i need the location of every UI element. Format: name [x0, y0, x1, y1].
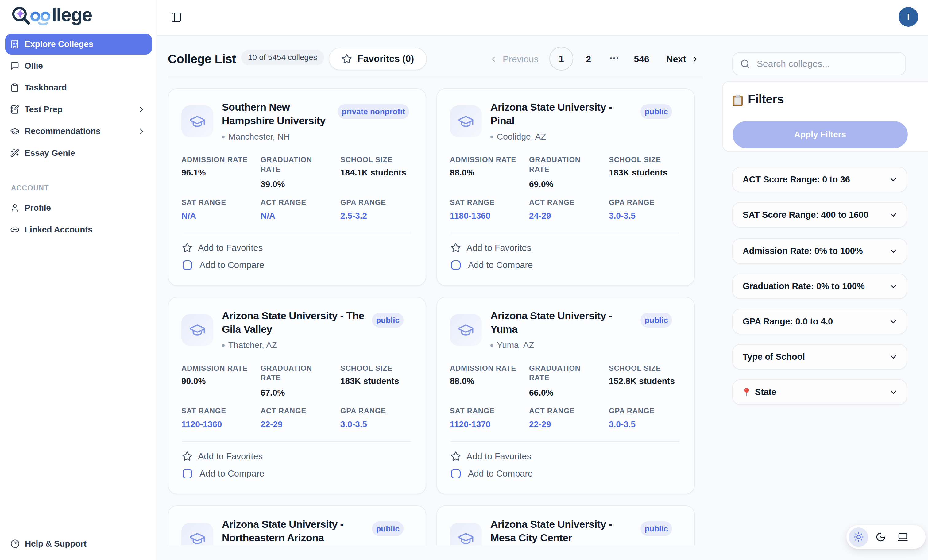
svg-text:llege: llege	[52, 6, 92, 25]
